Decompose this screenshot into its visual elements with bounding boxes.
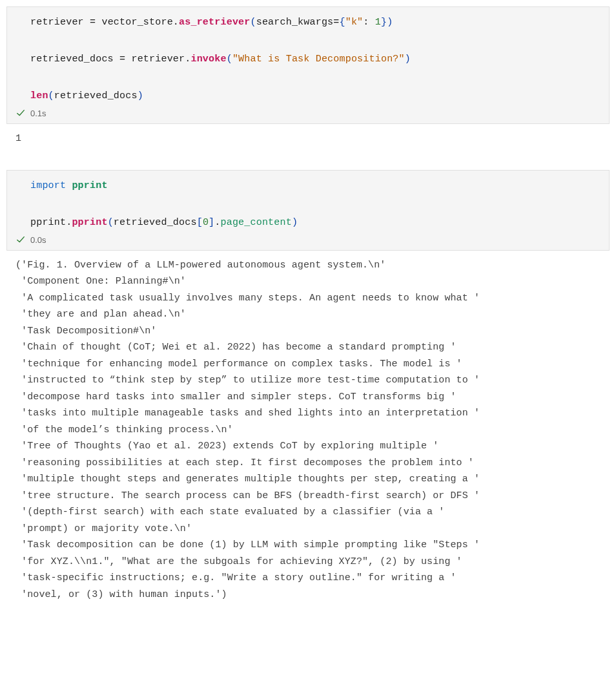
code-token: retrieved_docs — [114, 217, 197, 228]
code-token: = — [84, 17, 102, 28]
cell-output-1: 1 — [6, 124, 610, 156]
code-token: retriever — [131, 54, 185, 65]
cell-output-2: ('Fig. 1. Overview of a LLM-powered auto… — [6, 251, 610, 612]
code-token: pprint — [72, 217, 107, 228]
cell-status-bar-1: 0.1s — [7, 106, 609, 120]
code-token: . — [173, 17, 179, 28]
cell-status-bar-2: 0.0s — [7, 233, 609, 246]
code-token: len — [30, 90, 48, 101]
code-editor-1[interactable]: retriever = vector_store.as_retriever(se… — [7, 14, 609, 106]
code-token: pprint — [30, 217, 66, 228]
code-cell-2[interactable]: import pprint pprint.pprint(retrieved_do… — [6, 170, 610, 251]
check-icon — [16, 109, 25, 118]
code-token: "What is Task Decomposition?" — [232, 54, 405, 65]
execution-time: 0.0s — [30, 235, 46, 245]
check-icon — [16, 235, 25, 244]
code-token: retrieved_docs — [54, 90, 138, 101]
code-token: pprint — [72, 180, 107, 191]
code-token: retrieved_docs — [30, 54, 114, 65]
code-token: ( — [227, 54, 232, 65]
code-token: import — [30, 180, 66, 191]
code-token: ) — [405, 54, 411, 65]
code-token: = — [114, 54, 132, 65]
code-token: ( — [108, 217, 114, 228]
code-token: ) — [292, 217, 298, 228]
code-token: ) — [138, 90, 143, 101]
code-token: = — [333, 17, 339, 28]
execution-time: 0.1s — [30, 109, 46, 118]
code-token: retriever — [30, 17, 84, 28]
code-token: : — [363, 17, 375, 28]
code-token: ) — [387, 17, 393, 28]
code-cell-1[interactable]: retriever = vector_store.as_retriever(se… — [6, 6, 610, 124]
code-token: { — [340, 17, 345, 28]
code-token: } — [381, 17, 387, 28]
code-token: ] — [209, 217, 214, 228]
code-token: ( — [250, 17, 256, 28]
code-token: [ — [197, 217, 203, 228]
code-token: invoke — [190, 54, 226, 65]
code-editor-2[interactable]: import pprint pprint.pprint(retrieved_do… — [7, 177, 609, 233]
code-token: 0 — [203, 217, 209, 228]
code-token: search_kwargs — [256, 17, 334, 28]
code-token: as_retriever — [179, 17, 250, 28]
code-token: ( — [48, 90, 54, 101]
code-token: page_content — [220, 217, 291, 228]
code-token: vector_store — [101, 17, 172, 28]
code-token: "k" — [345, 17, 364, 28]
code-token: 1 — [375, 17, 381, 28]
